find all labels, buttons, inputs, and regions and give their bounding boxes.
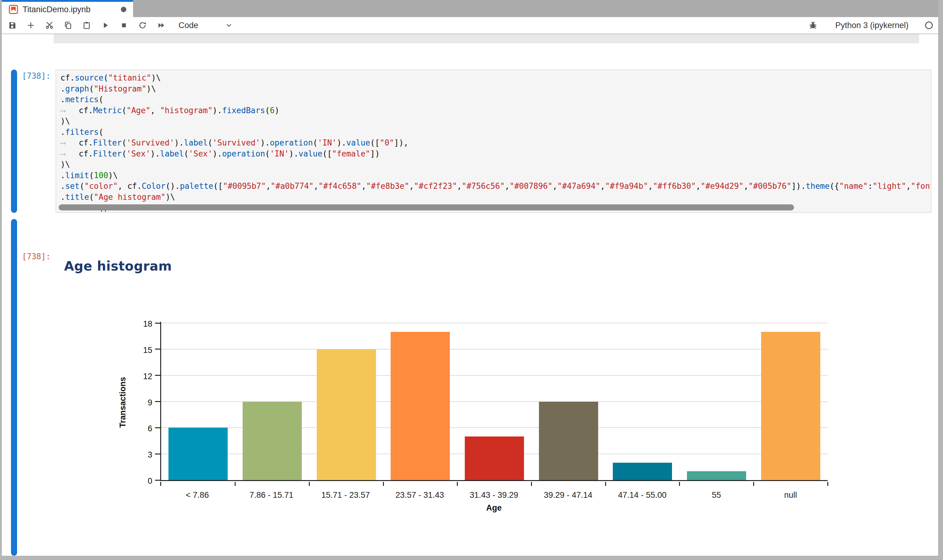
kernel-idle-circle-icon bbox=[925, 21, 933, 29]
add-cell-icon bbox=[26, 21, 35, 29]
code-line: ⟶cf.Filter('Survived').label('Survived')… bbox=[60, 138, 931, 149]
y-axis-tick-label: 6 bbox=[148, 424, 152, 434]
bar-null[interactable] bbox=[761, 332, 820, 480]
save-button[interactable] bbox=[8, 21, 17, 29]
chevron-down-icon bbox=[225, 22, 233, 29]
save-icon bbox=[8, 21, 17, 29]
x-axis-tick-label: null bbox=[753, 491, 827, 500]
code-line: .title("Age histogram")\ bbox=[60, 192, 931, 203]
x-axis-tick bbox=[753, 482, 754, 486]
code-line: )\ bbox=[60, 116, 931, 127]
y-axis-tick bbox=[155, 454, 160, 454]
y-axis-extension-top bbox=[160, 322, 161, 324]
bar-slot bbox=[458, 324, 532, 480]
code-line: .metrics( bbox=[60, 94, 931, 105]
bar-7.86 - 15.71[interactable] bbox=[243, 402, 302, 480]
bar-23.57 - 31.43[interactable] bbox=[391, 332, 450, 480]
x-axis-tick bbox=[457, 482, 458, 486]
copy-cells-button[interactable] bbox=[64, 21, 72, 29]
restart-kernel-icon bbox=[138, 21, 147, 29]
y-axis-tick bbox=[155, 401, 160, 402]
bar-< 7.86[interactable] bbox=[168, 428, 228, 480]
bar-slot bbox=[606, 324, 680, 480]
y-axis-tick bbox=[155, 375, 160, 376]
x-axis-tick-label: 23.57 - 31.43 bbox=[383, 491, 457, 500]
y-axis-tick bbox=[155, 480, 160, 481]
window-frame: TitanicDemo.ipynb bbox=[0, 0, 943, 560]
bars bbox=[161, 324, 827, 480]
y-axis-tick-label: 15 bbox=[143, 345, 152, 355]
bar-31.43 - 39.29[interactable] bbox=[465, 437, 524, 480]
tab-titanicdemo[interactable]: TitanicDemo.ipynb bbox=[2, 0, 133, 17]
bug-icon bbox=[809, 21, 817, 29]
x-axis-tick-label: 7.86 - 15.71 bbox=[234, 491, 308, 500]
code-line: .limit(100)\ bbox=[60, 170, 931, 181]
run-all-icon bbox=[157, 21, 165, 29]
y-axis-tick-label: 0 bbox=[148, 476, 152, 486]
x-axis-tick-label: 15.71 - 23.57 bbox=[308, 491, 383, 500]
notebook-panel: Code Python 3 (ipykernel) bbox=[2, 17, 938, 556]
code-line: )\ bbox=[60, 159, 931, 170]
code-editor-lines: cf.source("titanic")\.graph("Histogram")… bbox=[60, 72, 931, 213]
kernel-name-button[interactable]: Python 3 (ipykernel) bbox=[835, 21, 909, 30]
copy-icon bbox=[64, 21, 72, 29]
bar-47.14 - 55.00[interactable] bbox=[613, 463, 672, 480]
y-axis-tick bbox=[155, 323, 160, 324]
x-axis-tick bbox=[827, 482, 828, 486]
code-line: .graph("Histogram")\ bbox=[60, 83, 931, 95]
code-line: ⟶cf.Metric("Age", "histogram").fixedBars… bbox=[60, 105, 931, 116]
bar-15.71 - 23.57[interactable] bbox=[317, 349, 376, 480]
y-axis-tick bbox=[155, 349, 160, 349]
bar-39.29 - 47.14[interactable] bbox=[539, 402, 598, 480]
y-axis-tick-labels: 0369121518 bbox=[108, 324, 154, 481]
restart-kernel-button[interactable] bbox=[138, 21, 147, 29]
x-axis-tick-labels: < 7.867.86 - 15.7115.71 - 23.5723.57 - 3… bbox=[160, 491, 827, 500]
horizontal-scrollbar-thumb[interactable] bbox=[59, 205, 794, 211]
paste-cells-button[interactable] bbox=[82, 21, 91, 29]
y-axis-tick-label: 9 bbox=[148, 398, 152, 408]
run-cell-button[interactable] bbox=[101, 21, 109, 29]
notebook-icon bbox=[9, 5, 18, 14]
x-axis-tick bbox=[531, 482, 532, 486]
chart-title: Age histogram bbox=[64, 258, 172, 274]
tab-title: TitanicDemo.ipynb bbox=[23, 5, 91, 14]
bar-slot bbox=[309, 324, 383, 480]
input-prompt: [738]: bbox=[5, 71, 51, 82]
output-collapser[interactable] bbox=[11, 219, 17, 556]
input-collapser[interactable] bbox=[11, 69, 17, 213]
x-axis-title: Age bbox=[160, 503, 827, 513]
output-prompt: [738]: bbox=[5, 251, 51, 262]
add-cell-button[interactable] bbox=[26, 21, 35, 29]
gridline bbox=[161, 323, 827, 323]
x-axis-tick-label: 55 bbox=[680, 491, 753, 500]
kernel-status-indicator[interactable] bbox=[925, 21, 933, 29]
interrupt-kernel-button[interactable] bbox=[120, 21, 128, 29]
y-axis-tick bbox=[155, 427, 160, 428]
x-axis-tick bbox=[383, 482, 384, 486]
bar-slot bbox=[161, 324, 235, 480]
x-axis-tick-label: 39.29 - 47.14 bbox=[531, 491, 605, 500]
code-line: cf.source("titanic")\ bbox=[60, 72, 931, 83]
bar-slot bbox=[753, 324, 827, 480]
cell-type-label: Code bbox=[179, 21, 198, 30]
notebook-toolbar: Code Python 3 (ipykernel) bbox=[2, 17, 938, 34]
y-axis-tick-label: 18 bbox=[143, 319, 152, 329]
previous-cell-sliver bbox=[54, 34, 919, 43]
code-editor[interactable]: cf.source("titanic")\.graph("Histogram")… bbox=[55, 69, 931, 213]
debugger-toggle[interactable] bbox=[809, 21, 817, 29]
unsaved-changes-dot bbox=[121, 7, 126, 12]
run-icon bbox=[101, 21, 109, 29]
paste-icon bbox=[82, 21, 91, 29]
bar-55[interactable] bbox=[687, 471, 746, 480]
cut-cells-button[interactable] bbox=[45, 21, 54, 29]
bar-slot bbox=[383, 324, 458, 480]
bar-slot bbox=[235, 324, 310, 480]
bar-slot bbox=[680, 324, 754, 480]
x-axis-ticks bbox=[161, 482, 827, 486]
x-axis-tick-label: 31.43 - 39.29 bbox=[457, 491, 531, 500]
code-line: .set("color", cf.Color().palette(["#0095… bbox=[60, 181, 931, 192]
x-axis-tick bbox=[235, 482, 236, 486]
run-all-cells-button[interactable] bbox=[157, 21, 165, 29]
code-line: .filters( bbox=[60, 127, 931, 138]
cell-type-dropdown[interactable]: Code bbox=[179, 21, 233, 30]
